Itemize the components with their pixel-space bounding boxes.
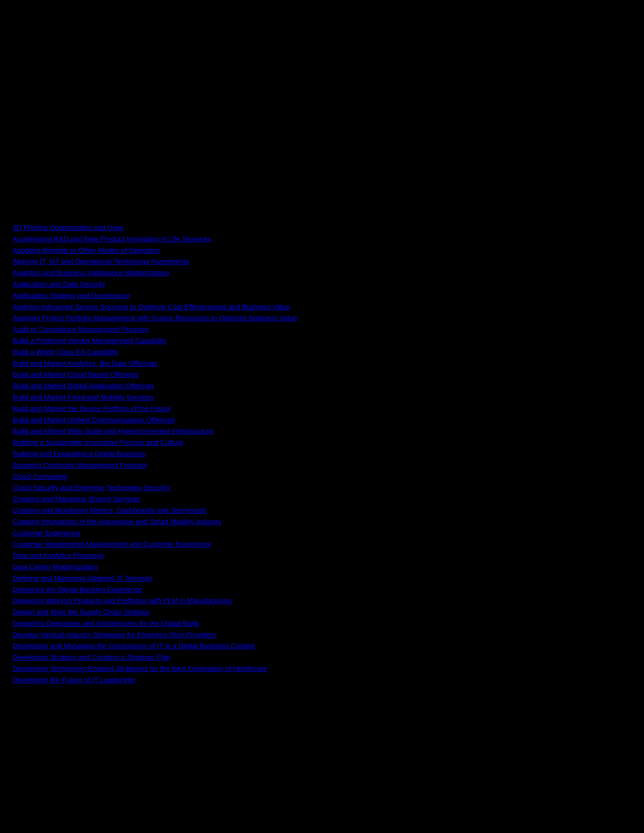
link-10[interactable]: Audit or Compliance Management Program xyxy=(13,324,631,335)
link-37[interactable]: Develop Vertical-Industry Strategies for… xyxy=(13,629,631,641)
link-20[interactable]: Building a Sustainable Innovation Proces… xyxy=(13,437,631,448)
link-36[interactable]: Designing Operations and Architectures f… xyxy=(13,618,631,629)
link-13[interactable]: Build and Market Analytics, Big Data Off… xyxy=(13,358,631,369)
link-16[interactable]: Build and Market Fixed and Mobility Serv… xyxy=(13,392,631,403)
link-17[interactable]: Build and Market the Device Portfolio of… xyxy=(13,403,631,415)
link-2[interactable]: Accelerating R&D and New Product Innovat… xyxy=(13,233,631,245)
link-list: 3D Printing Opportunities and UsesAccele… xyxy=(13,222,631,686)
link-31[interactable]: Data Center Modernization xyxy=(13,561,631,573)
link-3[interactable]: Adopting Bimodal or Other Modes of Opera… xyxy=(13,245,631,256)
link-26[interactable]: Creating and Monitoring Metrics, Dashboa… xyxy=(13,505,631,516)
link-41[interactable]: Developing the Future of IT Leadership xyxy=(13,674,631,686)
link-4[interactable]: Aligning IT, IoT and Operational Technol… xyxy=(13,256,631,267)
link-23[interactable]: Cloud Computing xyxy=(13,471,631,482)
link-1[interactable]: 3D Printing Opportunities and Uses xyxy=(13,222,631,233)
link-6[interactable]: Application and Data Security xyxy=(13,279,631,290)
link-25[interactable]: Creating and Managing Shared Services xyxy=(13,494,631,505)
link-8[interactable]: Applying Advanced Service Sourcing to Op… xyxy=(13,301,631,313)
link-15[interactable]: Build and Market Digital Application Off… xyxy=(13,380,631,392)
link-39[interactable]: Developing Strategy and Creating a Strat… xyxy=(13,652,631,663)
link-29[interactable]: Customer Relationship Management and Cus… xyxy=(13,539,631,550)
link-14[interactable]: Build and Market Cloud Based Offerings xyxy=(13,369,631,380)
link-35[interactable]: Design and Align the Supply Chain Strate… xyxy=(13,606,631,618)
link-32[interactable]: Defining and Managing Strategic IT Servi… xyxy=(13,573,631,584)
link-19[interactable]: Build and Market Web-Scale and Hyperconv… xyxy=(13,426,631,437)
link-30[interactable]: Data and Analytics Programs xyxy=(13,550,631,561)
link-33[interactable]: Delivering the Digital Banking Experienc… xyxy=(13,584,631,595)
link-24[interactable]: Cloud Security and Emerging Technology S… xyxy=(13,482,631,494)
link-22[interactable]: Business Continuity Management Program xyxy=(13,460,631,471)
link-38[interactable]: Developing and Managing the Governance o… xyxy=(13,640,631,652)
link-28[interactable]: Customer Experience xyxy=(13,527,631,539)
link-12[interactable]: Build a World Class EA Capability xyxy=(13,347,631,358)
link-7[interactable]: Application Strategy and Governance xyxy=(13,290,631,301)
link-21[interactable]: Building and Expanding a Digital Busines… xyxy=(13,448,631,460)
link-18[interactable]: Build and Market Unified Communications … xyxy=(13,415,631,426)
link-27[interactable]: Creating Innovations in the Automotive a… xyxy=(13,516,631,527)
link-9[interactable]: Applying Project Portfolio Management wi… xyxy=(13,312,631,324)
link-34[interactable]: Delivering Winning Products and Portfoli… xyxy=(13,595,631,606)
link-40[interactable]: Developing Technology-Enabled Strategies… xyxy=(13,663,631,674)
link-11[interactable]: Build a Proficient Vendor Management Cap… xyxy=(13,335,631,347)
link-5[interactable]: Analytics and Business Intelligence Mode… xyxy=(13,267,631,279)
top-spacer xyxy=(13,10,631,116)
